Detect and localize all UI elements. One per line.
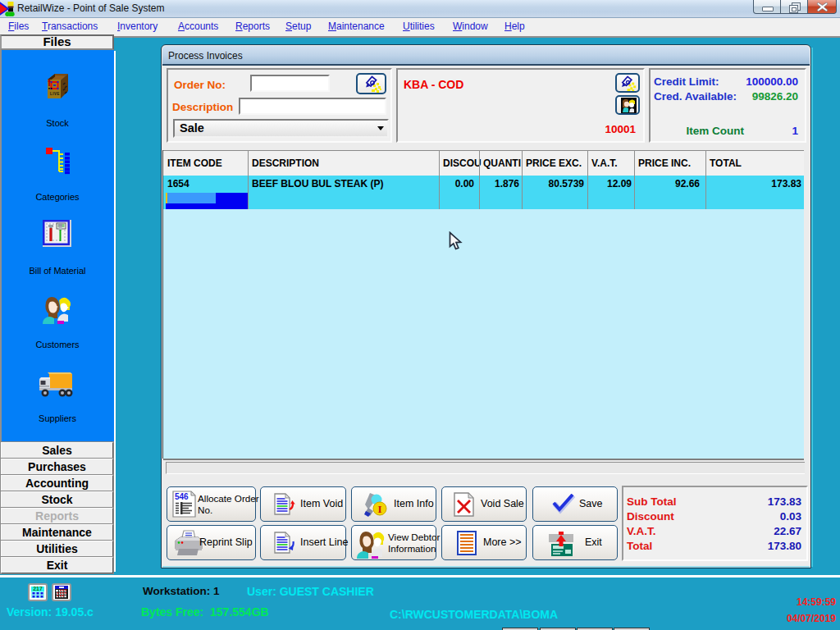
svg-text:546: 546 bbox=[175, 492, 189, 501]
svg-text:I: I bbox=[378, 503, 382, 515]
svg-text:LIVE: LIVE bbox=[50, 92, 60, 96]
